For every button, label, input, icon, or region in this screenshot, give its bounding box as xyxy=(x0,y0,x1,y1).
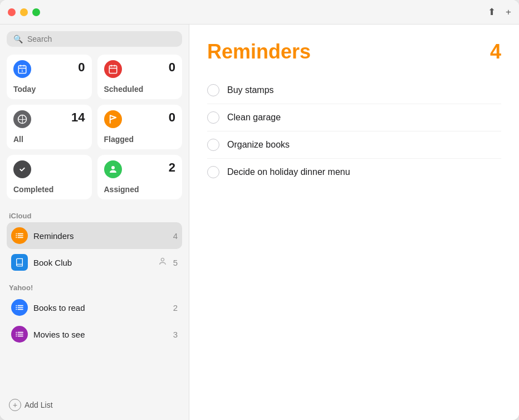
reminders-list-name: Reminders xyxy=(33,231,168,241)
reminder-item: Buy stamps xyxy=(207,77,501,104)
yahoo-section-label: Yahoo! xyxy=(7,284,182,292)
smart-list-flagged[interactable]: 0 Flagged xyxy=(97,105,183,149)
reminders-list-icon xyxy=(11,227,28,244)
reminder-text-r3: Organize books xyxy=(227,140,290,150)
svg-point-22 xyxy=(16,305,17,306)
today-icon: 1 xyxy=(13,60,31,78)
reminder-text-r2: Clean garage xyxy=(227,113,281,123)
list-item-bookclub[interactable]: Book Club 5 xyxy=(7,249,182,276)
svg-point-15 xyxy=(16,233,17,235)
bookstoread-list-name: Books to read xyxy=(33,303,168,312)
reminders-list-count: 4 xyxy=(173,231,178,241)
main-content: 🔍 1 0 Today xyxy=(0,25,519,420)
svg-point-17 xyxy=(16,237,17,238)
list-item-moviestosee[interactable]: Movies to see 3 xyxy=(7,321,182,348)
svg-point-30 xyxy=(16,335,17,336)
svg-text:1: 1 xyxy=(21,69,23,72)
search-icon: 🔍 xyxy=(13,35,23,43)
reminders-list: Buy stamps Clean garage Organize books D… xyxy=(207,77,501,185)
smart-list-assigned[interactable]: 2 Assigned xyxy=(97,155,183,199)
add-list-label: Add List xyxy=(25,401,53,409)
bookclub-list-icon xyxy=(11,254,28,271)
traffic-lights xyxy=(8,8,40,16)
main-panel: Reminders 4 Buy stamps Clean garage Orga… xyxy=(189,25,519,420)
smart-lists-grid: 1 0 Today 0 Scheduled xyxy=(7,55,182,199)
assigned-label: Assigned xyxy=(104,183,176,194)
all-icon xyxy=(13,110,31,128)
today-count: 0 xyxy=(78,60,85,75)
moviestosee-list-name: Movies to see xyxy=(33,330,168,339)
svg-point-24 xyxy=(16,309,17,310)
reminders-total-count: 4 xyxy=(490,40,501,64)
reminder-checkbox-r3[interactable] xyxy=(207,139,219,151)
svg-point-16 xyxy=(16,235,17,236)
fullscreen-button[interactable] xyxy=(32,8,40,16)
moviestosee-list-icon xyxy=(11,326,28,343)
title-bar-actions: ⬆ + xyxy=(488,6,511,18)
export-button[interactable]: ⬆ xyxy=(488,6,496,18)
bookclub-list-name: Book Club xyxy=(33,258,152,267)
bookstoread-list-count: 2 xyxy=(173,303,178,312)
moviestosee-list-count: 3 xyxy=(173,330,178,339)
scheduled-count: 0 xyxy=(169,60,175,75)
add-reminder-button[interactable]: + xyxy=(506,7,511,18)
search-input[interactable] xyxy=(27,35,175,43)
app-window: ⬆ + 🔍 1 0 Today xyxy=(0,0,519,420)
list-item-bookstoread[interactable]: Books to read 2 xyxy=(7,294,182,321)
close-button[interactable] xyxy=(8,8,16,16)
smart-list-all[interactable]: 14 All xyxy=(7,105,92,149)
add-list-button[interactable]: + Add List xyxy=(7,390,182,416)
all-count: 14 xyxy=(71,110,85,125)
scheduled-icon xyxy=(104,60,122,78)
page-title: Reminders xyxy=(207,40,311,64)
svg-point-11 xyxy=(111,166,115,169)
bookclub-list-count: 5 xyxy=(173,258,178,267)
reminder-checkbox-r4[interactable] xyxy=(207,166,219,178)
svg-point-10 xyxy=(18,165,27,174)
flagged-count: 0 xyxy=(169,110,175,125)
smart-list-today[interactable]: 1 0 Today xyxy=(7,55,92,99)
flagged-icon xyxy=(104,110,122,128)
assigned-count: 2 xyxy=(169,160,175,175)
reminder-item: Organize books xyxy=(207,131,501,159)
reminder-text-r1: Buy stamps xyxy=(227,85,274,95)
completed-label: Completed xyxy=(13,183,85,194)
shared-icon xyxy=(158,256,168,268)
reminder-item: Decide on holiday dinner menu xyxy=(207,159,501,185)
svg-rect-5 xyxy=(109,66,117,74)
completed-icon xyxy=(13,160,31,178)
reminder-item: Clean garage xyxy=(207,104,501,131)
reminder-text-r4: Decide on holiday dinner menu xyxy=(227,167,350,177)
icloud-section-label: iCloud xyxy=(7,212,182,220)
svg-point-28 xyxy=(16,332,17,333)
today-label: Today xyxy=(13,82,85,94)
sidebar: 🔍 1 0 Today xyxy=(0,25,189,420)
svg-point-29 xyxy=(16,334,17,335)
add-list-icon: + xyxy=(9,399,21,411)
title-bar: ⬆ + xyxy=(0,0,519,25)
list-item-reminders[interactable]: Reminders 4 xyxy=(7,222,182,249)
bookstoread-list-icon xyxy=(11,299,28,316)
svg-point-18 xyxy=(161,258,164,261)
svg-point-23 xyxy=(16,307,17,308)
all-label: All xyxy=(13,133,85,144)
smart-list-completed[interactable]: Completed xyxy=(7,155,92,199)
assigned-icon xyxy=(104,160,122,178)
minimize-button[interactable] xyxy=(20,8,28,16)
search-bar[interactable]: 🔍 xyxy=(7,31,182,47)
scheduled-label: Scheduled xyxy=(104,82,176,94)
reminders-header: Reminders 4 xyxy=(207,40,501,64)
reminder-checkbox-r1[interactable] xyxy=(207,84,219,96)
reminder-checkbox-r2[interactable] xyxy=(207,111,219,124)
flagged-label: Flagged xyxy=(104,133,176,144)
smart-list-scheduled[interactable]: 0 Scheduled xyxy=(97,55,183,99)
